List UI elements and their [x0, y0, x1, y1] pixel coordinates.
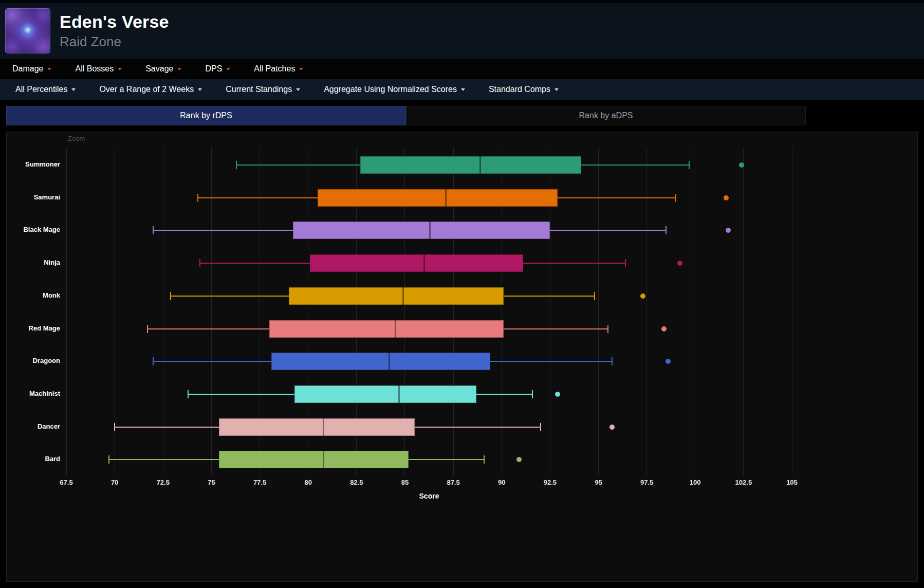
box-dancer[interactable]	[219, 418, 414, 436]
chevron-down-icon	[177, 68, 181, 70]
chevron-down-icon	[555, 88, 559, 91]
whisker-cap-high-red-mage	[607, 325, 608, 333]
y-axis-label-summoner: Summoner	[7, 160, 60, 168]
filter-comps[interactable]: Standard Comps	[489, 85, 559, 94]
filter-comps-label: Standard Comps	[489, 85, 550, 94]
y-axis-label-machinist: Machinist	[7, 390, 60, 397]
median-line-machinist	[398, 385, 400, 403]
menu-dps[interactable]: DPS	[205, 64, 230, 74]
grid-line	[792, 148, 792, 475]
whisker-cap-high-monk	[594, 292, 595, 300]
whisker-cap-high-machinist	[532, 390, 533, 398]
outlier-dot-monk[interactable]	[640, 293, 645, 299]
filter-range[interactable]: Over a Range of 2 Weeks	[99, 85, 202, 94]
grid-line	[695, 148, 695, 475]
whisker-cap-low-ninja	[199, 259, 200, 267]
whisker-cap-low-dragoon	[153, 357, 154, 365]
tab-rank-by-rdps[interactable]: Rank by rDPS	[6, 106, 406, 125]
dps-boxplot-panel: Zoom 67.57072.57577.58082.58587.59092.59…	[6, 132, 918, 582]
median-line-ninja	[423, 254, 425, 272]
x-tick-label: 80	[291, 479, 326, 486]
box-dragoon[interactable]	[271, 353, 490, 370]
whisker-cap-high-summoner	[689, 161, 690, 169]
box-summoner[interactable]	[360, 156, 581, 174]
whisker-cap-low-dancer	[114, 423, 115, 431]
whisker-cap-low-samurai	[197, 194, 198, 202]
primary-menu-bar: Damage All Bosses Savage DPS All Patches	[0, 59, 924, 79]
median-line-dragoon	[389, 353, 390, 370]
outlier-dot-machinist[interactable]	[555, 392, 560, 397]
zone-header: Eden's Verse Raid Zone	[0, 0, 924, 59]
outlier-dot-dragoon[interactable]	[666, 359, 671, 364]
y-axis-label-dancer: Dancer	[7, 422, 60, 430]
grid-line	[743, 148, 744, 475]
median-line-dancer	[323, 418, 324, 436]
y-axis-label-bard: Bard	[7, 455, 60, 463]
menu-all-patches-label: All Patches	[254, 64, 295, 74]
x-tick-label: 67.5	[49, 479, 84, 486]
outlier-dot-ninja[interactable]	[677, 261, 682, 266]
x-tick-label: 70	[97, 479, 132, 486]
box-machinist[interactable]	[294, 385, 476, 403]
whisker-cap-high-dancer	[540, 423, 541, 431]
menu-damage[interactable]: Damage	[12, 64, 51, 74]
filter-aggregate[interactable]: Aggregate Using Normalized Scores	[324, 85, 465, 94]
whisker-cap-low-red-mage	[147, 325, 148, 333]
box-red-mage[interactable]	[269, 320, 504, 338]
whisker-cap-low-monk	[170, 292, 171, 300]
filter-range-label: Over a Range of 2 Weeks	[99, 85, 194, 94]
outlier-dot-black-mage[interactable]	[726, 228, 731, 233]
outlier-dot-bard[interactable]	[516, 457, 522, 462]
box-ninja[interactable]	[310, 254, 523, 272]
secondary-filter-bar: All Percentiles Over a Range of 2 Weeks …	[0, 79, 924, 100]
outlier-dot-dancer[interactable]	[609, 425, 615, 430]
menu-dps-label: DPS	[205, 64, 222, 74]
box-samurai[interactable]	[318, 189, 558, 207]
whisker-cap-low-black-mage	[153, 226, 154, 234]
chevron-down-icon	[226, 68, 230, 70]
x-tick-label: 97.5	[630, 479, 664, 486]
whisker-cap-low-summoner	[236, 161, 237, 169]
boxplot-chart: 67.57072.57577.58082.58587.59092.59597.5…	[7, 132, 917, 581]
outlier-dot-red-mage[interactable]	[661, 326, 667, 332]
median-line-red-mage	[395, 320, 396, 338]
menu-all-patches[interactable]: All Patches	[254, 64, 303, 74]
x-tick-label: 77.5	[243, 479, 278, 486]
x-tick-label: 95	[581, 479, 616, 486]
filter-percentiles[interactable]: All Percentiles	[15, 85, 76, 94]
x-tick-label: 92.5	[532, 479, 567, 486]
chevron-down-icon	[299, 68, 303, 70]
box-monk[interactable]	[289, 287, 504, 305]
whisker-cap-high-bard	[484, 455, 485, 464]
median-line-bard	[323, 451, 324, 468]
chevron-down-icon	[461, 88, 465, 91]
median-line-summoner	[479, 156, 481, 174]
grid-line	[66, 148, 67, 475]
tab-rank-by-adps[interactable]: Rank by aDPS	[406, 106, 806, 125]
filter-standings[interactable]: Current Standings	[226, 85, 300, 94]
filter-standings-label: Current Standings	[226, 85, 292, 94]
x-tick-label: 75	[194, 479, 229, 486]
menu-savage[interactable]: Savage	[145, 64, 181, 74]
x-tick-label: 82.5	[339, 479, 374, 486]
y-axis-label-black-mage: Black Mage	[7, 226, 60, 233]
menu-all-bosses-label: All Bosses	[75, 64, 114, 74]
box-bard[interactable]	[219, 451, 409, 468]
x-tick-label: 72.5	[145, 479, 180, 486]
x-tick-label: 100	[678, 479, 713, 486]
whisker-cap-low-machinist	[188, 390, 189, 398]
menu-savage-label: Savage	[145, 64, 173, 74]
outlier-dot-samurai[interactable]	[724, 195, 729, 200]
y-axis-label-monk: Monk	[7, 291, 60, 299]
box-black-mage[interactable]	[293, 222, 550, 239]
chevron-down-icon	[198, 88, 202, 91]
x-tick-label: 85	[387, 479, 422, 486]
filter-aggregate-label: Aggregate Using Normalized Scores	[324, 85, 457, 94]
chevron-down-icon	[71, 88, 76, 91]
x-tick-label: 87.5	[436, 479, 471, 486]
chevron-down-icon	[47, 68, 51, 70]
y-axis-label-dragoon: Dragoon	[7, 357, 60, 364]
menu-all-bosses[interactable]: All Bosses	[75, 64, 122, 74]
median-line-monk	[402, 287, 404, 305]
x-tick-label: 102.5	[726, 479, 761, 486]
